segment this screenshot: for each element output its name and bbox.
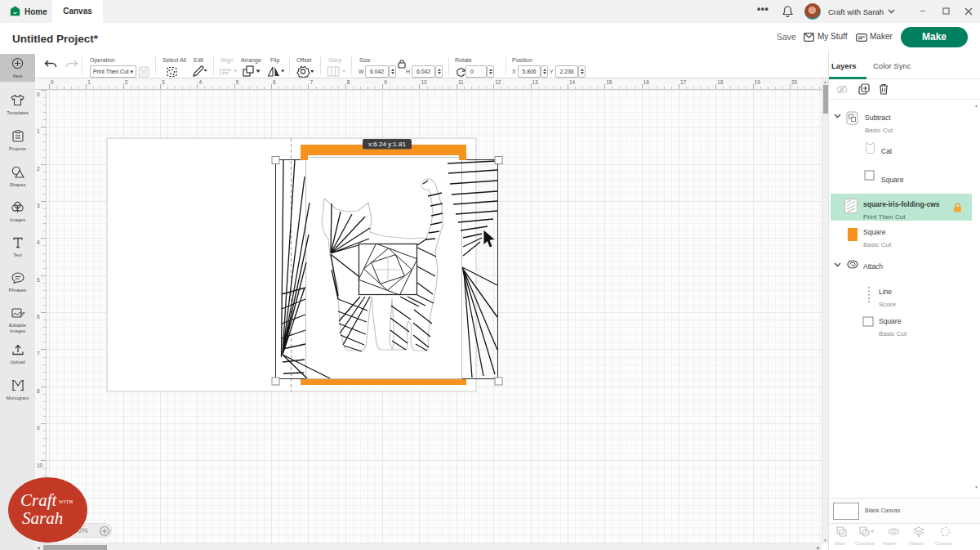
svg-text:x:6.24 y:1.81: x:6.24 y:1.81 — [368, 141, 406, 148]
